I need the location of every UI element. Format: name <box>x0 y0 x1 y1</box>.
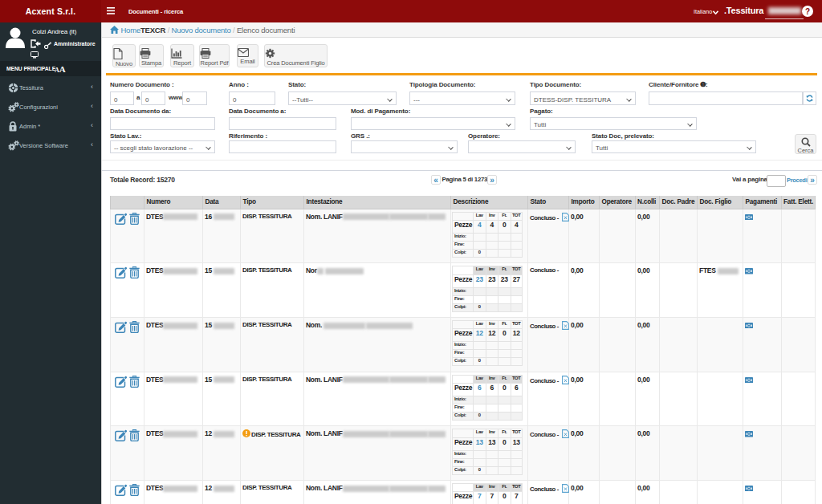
svg-text:?: ? <box>805 7 810 16</box>
